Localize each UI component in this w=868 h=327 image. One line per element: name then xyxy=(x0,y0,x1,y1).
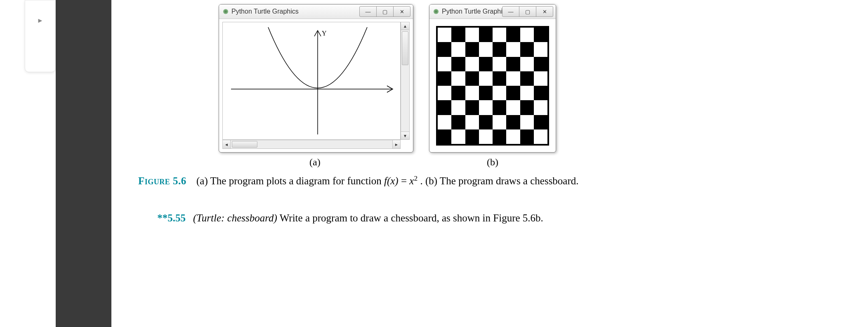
chess-square xyxy=(493,86,506,100)
chess-square xyxy=(451,71,465,86)
chess-square xyxy=(465,86,479,100)
chessboard xyxy=(436,26,549,146)
window-controls-b: — ▢ ✕ xyxy=(502,6,553,17)
chess-square xyxy=(438,57,451,71)
chess-square xyxy=(534,115,547,129)
chess-square xyxy=(451,115,465,129)
chess-square xyxy=(520,115,534,129)
svg-point-1 xyxy=(224,10,227,13)
vertical-scrollbar[interactable]: ▲ ▼ xyxy=(401,22,410,140)
app-icon xyxy=(222,8,229,15)
horizontal-scrollbar[interactable]: ◄ ► xyxy=(222,140,401,149)
exercise-text: Write a program to draw a chessboard, as… xyxy=(277,212,543,223)
chess-square xyxy=(479,86,493,100)
chess-square xyxy=(520,100,534,115)
caption-fx: f(x) xyxy=(384,175,399,186)
chess-square xyxy=(506,57,520,71)
chess-square xyxy=(534,71,547,86)
maximize-button[interactable]: ▢ xyxy=(519,6,536,17)
page-root: ► Python Turtle Graphics — ▢ ✕ Y xyxy=(0,0,868,327)
caption-eq: = xyxy=(401,175,409,186)
maximize-button[interactable]: ▢ xyxy=(376,6,394,17)
turtle-window-b: Python Turtle Graphics — ▢ ✕ xyxy=(429,4,556,153)
chess-square xyxy=(493,28,506,42)
caption-sup: 2 xyxy=(414,174,417,182)
chess-square xyxy=(438,115,451,129)
caption-text-2: . (b) The program draws a chessboard. xyxy=(420,175,578,186)
caption-x: x xyxy=(409,175,414,186)
scroll-thumb-h[interactable] xyxy=(232,141,257,148)
titlebar-a[interactable]: Python Turtle Graphics — ▢ ✕ xyxy=(219,5,413,19)
chess-square xyxy=(506,115,520,129)
minimize-button[interactable]: — xyxy=(359,6,377,17)
chess-square xyxy=(534,42,547,56)
chess-square xyxy=(520,71,534,86)
scroll-down-icon[interactable]: ▼ xyxy=(401,132,409,139)
scroll-up-icon[interactable]: ▲ xyxy=(401,22,409,30)
exercise-5-55: **5.55 (Turtle: chessboard) Write a prog… xyxy=(138,210,600,226)
minimize-button[interactable]: — xyxy=(502,6,519,17)
close-button[interactable]: ✕ xyxy=(393,6,410,17)
window-title-a: Python Turtle Graphics xyxy=(231,8,299,15)
turtle-window-a: Python Turtle Graphics — ▢ ✕ Y ▲ xyxy=(219,4,413,153)
chess-square xyxy=(438,71,451,86)
chess-square xyxy=(493,42,506,56)
plot-canvas: Y xyxy=(222,22,401,140)
chess-square xyxy=(465,71,479,86)
chess-square xyxy=(506,28,520,42)
chess-square xyxy=(479,71,493,86)
chess-square xyxy=(438,100,451,115)
chess-square xyxy=(520,57,534,71)
chess-square xyxy=(493,71,506,86)
close-button[interactable]: ✕ xyxy=(536,6,553,17)
chess-square xyxy=(479,42,493,56)
chess-square xyxy=(506,86,520,100)
titlebar-b[interactable]: Python Turtle Graphics — ▢ ✕ xyxy=(429,5,556,19)
chess-square xyxy=(520,86,534,100)
chess-square xyxy=(534,57,547,71)
chess-square xyxy=(534,28,547,42)
figure-number: Figure 5.6 xyxy=(138,175,186,186)
chess-square xyxy=(506,42,520,56)
chess-square xyxy=(520,28,534,42)
expand-icon: ► xyxy=(37,17,44,24)
chess-square xyxy=(479,129,493,144)
y-axis-label: Y xyxy=(322,30,327,37)
chess-square xyxy=(506,129,520,144)
chess-square xyxy=(438,42,451,56)
chess-square xyxy=(465,129,479,144)
sidebar-toggle[interactable]: ► xyxy=(25,0,56,72)
svg-point-5 xyxy=(435,10,437,13)
reader-sidebar xyxy=(56,0,111,327)
chess-square xyxy=(479,115,493,129)
chess-square xyxy=(465,42,479,56)
scroll-left-icon[interactable]: ◄ xyxy=(223,140,231,148)
chess-square xyxy=(479,57,493,71)
chess-square xyxy=(438,86,451,100)
scroll-thumb-v[interactable] xyxy=(402,31,408,65)
chess-square xyxy=(534,86,547,100)
chess-square xyxy=(465,115,479,129)
chess-square xyxy=(520,129,534,144)
parabola-plot: Y xyxy=(223,22,400,139)
chess-square xyxy=(438,28,451,42)
chess-square xyxy=(534,100,547,115)
chess-square xyxy=(493,115,506,129)
subfig-label-a: (a) xyxy=(309,157,321,168)
chess-square xyxy=(451,28,465,42)
chess-square xyxy=(520,42,534,56)
chess-square xyxy=(534,129,547,144)
chess-square xyxy=(451,42,465,56)
exercise-title: (Turtle: chessboard) xyxy=(193,212,277,223)
chess-square xyxy=(451,129,465,144)
scroll-right-icon[interactable]: ► xyxy=(392,140,400,148)
chess-square xyxy=(465,57,479,71)
window-title-b: Python Turtle Graphics xyxy=(442,8,509,15)
chess-square xyxy=(479,28,493,42)
chess-square xyxy=(506,100,520,115)
exercise-body: (Turtle: chessboard) Write a program to … xyxy=(193,210,543,226)
chess-square xyxy=(493,129,506,144)
chess-square xyxy=(451,100,465,115)
chess-square xyxy=(451,86,465,100)
chess-square xyxy=(451,57,465,71)
